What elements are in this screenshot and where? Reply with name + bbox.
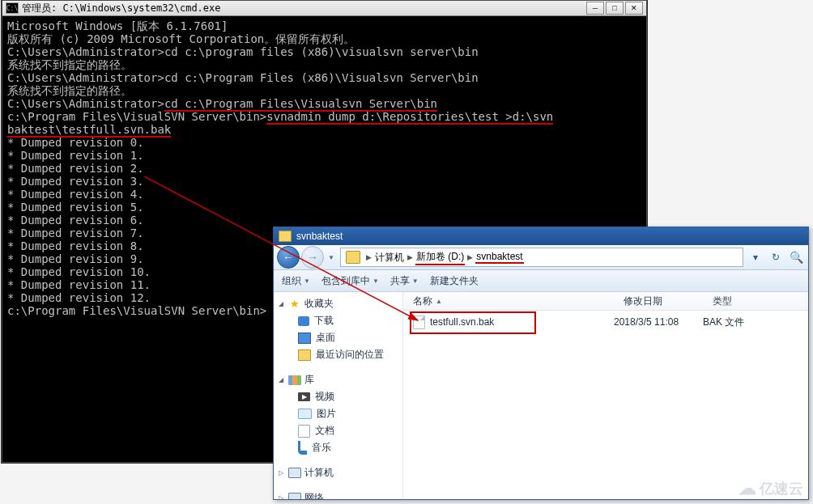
file-type: BAK 文件 <box>703 316 808 329</box>
cmd-line: * Dumped revision 1. <box>7 149 641 162</box>
cmd-line: * Dumped revision 0. <box>7 136 641 149</box>
cmd-line: * Dumped revision 3. <box>7 175 641 188</box>
sidebar-documents[interactable]: 文档 <box>275 422 401 439</box>
star-icon: ★ <box>288 299 301 310</box>
explorer-window: svnbaktest ← → ▼ ▶ 计算机 ▶ 新加卷 (D:) ▶ svnb… <box>273 227 809 500</box>
organize-menu[interactable]: 组织▼ <box>282 274 310 288</box>
search-input[interactable]: 🔍 <box>787 249 805 265</box>
cmd-line: 系统找不到指定的路径。 <box>7 58 641 71</box>
cmd-line: * Dumped revision 5. <box>7 201 641 214</box>
cmd-line: 版权所有 (c) 2009 Microsoft Corporation。保留所有… <box>7 32 641 45</box>
file-date: 2018/3/5 11:08 <box>614 316 703 328</box>
cmd-line: C:\Users\Administrator>cd c:\Program Fil… <box>7 97 641 110</box>
download-icon <box>298 316 309 326</box>
minimize-button[interactable]: ─ <box>586 2 604 15</box>
refresh-button[interactable]: ↻ <box>767 249 785 265</box>
document-icon <box>298 425 310 438</box>
cmd-title-text: 管理员: C:\Windows\system32\cmd.exe <box>22 2 585 15</box>
sidebar-favorites[interactable]: ◢★收藏夹 <box>275 295 401 312</box>
nav-history-dropdown[interactable]: ▼ <box>326 247 337 268</box>
folder-icon <box>279 231 292 242</box>
folder-icon <box>346 251 360 264</box>
sidebar-desktop[interactable]: 桌面 <box>275 329 401 346</box>
cmd-line: baktest\testfull.svn.bak <box>7 123 641 136</box>
maximize-button[interactable]: □ <box>606 2 624 15</box>
annotation-highlight-box <box>410 311 536 334</box>
sidebar-libraries[interactable]: ◢库 <box>275 371 401 388</box>
sidebar-downloads[interactable]: 下载 <box>275 312 401 329</box>
sort-asc-icon: ▲ <box>436 298 442 305</box>
include-in-library-menu[interactable]: 包含到库中▼ <box>321 274 379 288</box>
new-folder-button[interactable]: 新建文件夹 <box>430 274 479 288</box>
annotated-cmd-dump: svnadmin dump d:\Repositories\test >d:\s… <box>266 110 553 125</box>
sidebar-recent[interactable]: 最近访问的位置 <box>275 346 401 363</box>
watermark-text: 亿速云 <box>760 479 803 498</box>
cmd-line: * Dumped revision 2. <box>7 162 641 175</box>
column-name[interactable]: 名称▲ <box>403 294 624 308</box>
cmd-line: 系统找不到指定的路径。 <box>7 84 641 97</box>
address-dropdown[interactable]: ▾ <box>747 249 764 265</box>
breadcrumb-separator[interactable]: ▶ <box>407 253 413 261</box>
breadcrumb-drive[interactable]: 新加卷 (D:) <box>415 250 465 265</box>
watermark: ☁ 亿速云 <box>739 478 803 499</box>
explorer-toolbar: 组织▼ 包含到库中▼ 共享▼ 新建文件夹 <box>274 270 808 292</box>
cmd-line: Microsoft Windows [版本 6.1.7601] <box>7 19 641 32</box>
cmd-line: * Dumped revision 4. <box>7 188 641 201</box>
explorer-titlebar[interactable]: svnbaktest <box>274 227 808 245</box>
library-icon <box>288 375 301 385</box>
cloud-icon: ☁ <box>739 478 756 499</box>
column-date[interactable]: 修改日期 <box>624 294 713 308</box>
explorer-main: ◢★收藏夹 下载 桌面 最近访问的位置 ◢库 ▶视频 图片 文档 音乐 ▷计算机… <box>274 292 808 499</box>
computer-icon <box>288 468 301 478</box>
recent-icon <box>298 349 311 361</box>
close-button[interactable]: ✕ <box>625 2 643 15</box>
address-bar[interactable]: ▶ 计算机 ▶ 新加卷 (D:) ▶ svnbaktest <box>340 248 743 267</box>
column-headers: 名称▲ 修改日期 类型 <box>403 292 808 311</box>
sidebar-network[interactable]: ▷网络 <box>275 489 401 499</box>
breadcrumb-computer[interactable]: 计算机 <box>374 251 405 265</box>
breadcrumb-separator[interactable]: ▶ <box>366 253 372 261</box>
music-icon <box>298 441 307 455</box>
desktop-icon <box>298 332 311 344</box>
breadcrumb-folder[interactable]: svnbaktest <box>475 251 523 264</box>
sidebar-videos[interactable]: ▶视频 <box>275 388 401 405</box>
cmd-line: * Dumped revision 6. <box>7 214 641 227</box>
nav-forward-button[interactable]: → <box>301 246 324 269</box>
sidebar-music[interactable]: 音乐 <box>275 439 401 456</box>
video-icon: ▶ <box>298 392 310 401</box>
nav-back-button[interactable]: ← <box>277 246 300 269</box>
explorer-navbar: ← → ▼ ▶ 计算机 ▶ 新加卷 (D:) ▶ svnbaktest ▾ ↻ … <box>274 245 808 270</box>
breadcrumb-separator[interactable]: ▶ <box>467 253 473 261</box>
sidebar-computer[interactable]: ▷计算机 <box>275 464 401 481</box>
column-type[interactable]: 类型 <box>713 294 808 308</box>
network-icon <box>288 493 301 499</box>
picture-icon <box>298 409 312 419</box>
sidebar-pictures[interactable]: 图片 <box>275 405 401 422</box>
file-list[interactable]: 名称▲ 修改日期 类型 testfull.svn.bak 2018/3/5 11… <box>403 292 808 499</box>
explorer-title-text: svnbaktest <box>296 231 343 242</box>
cmd-system-icon[interactable]: C:\ <box>6 2 19 14</box>
cmd-line: c:\Program Files\VisualSVN Server\bin>sv… <box>7 110 641 123</box>
cmd-line: C:\Users\Administrator>cd c:\program fil… <box>7 45 641 58</box>
share-menu[interactable]: 共享▼ <box>390 274 419 288</box>
explorer-sidebar: ◢★收藏夹 下载 桌面 最近访问的位置 ◢库 ▶视频 图片 文档 音乐 ▷计算机… <box>274 292 403 499</box>
cmd-titlebar[interactable]: C:\ 管理员: C:\Windows\system32\cmd.exe ─ □… <box>2 1 646 16</box>
cmd-line: C:\Users\Administrator>cd c:\Program Fil… <box>7 71 641 84</box>
